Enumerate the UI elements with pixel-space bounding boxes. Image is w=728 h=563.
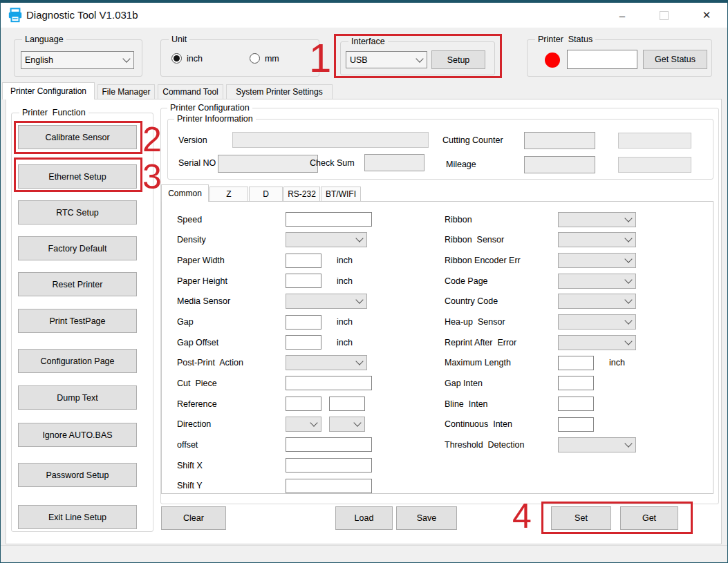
- media-sensor-label: Media Sensor: [177, 296, 286, 306]
- interface-select[interactable]: USB: [346, 51, 427, 68]
- clear-button[interactable]: Clear: [161, 506, 226, 530]
- setup-button[interactable]: Setup: [431, 50, 485, 69]
- password-setup-button[interactable]: Password Setup: [18, 463, 137, 487]
- maximize-button: [648, 3, 679, 28]
- maximum-length-input[interactable]: [558, 356, 594, 370]
- configuration-page-button[interactable]: Configuration Page: [18, 349, 137, 373]
- print-testpage-button[interactable]: Print TestPage: [18, 309, 137, 333]
- direction-select-2[interactable]: [329, 417, 365, 432]
- chevron-down-icon: [624, 316, 632, 324]
- config-tab-rs-232[interactable]: RS-232: [283, 187, 320, 201]
- continuous-inten-row: Continuous Inten: [445, 414, 680, 435]
- calibrate-sensor-button[interactable]: Calibrate Sensor: [18, 125, 137, 149]
- unit-label: Unit: [169, 35, 189, 44]
- offset-row: offset: [177, 435, 405, 455]
- threshold-detection-select[interactable]: [558, 437, 636, 452]
- config-tab-d[interactable]: D: [249, 187, 283, 201]
- maximum-length-row: Maximum Lengthinch: [445, 352, 680, 373]
- rtc-setup-button[interactable]: RTC Setup: [18, 200, 137, 225]
- country-code-label: Country Code: [445, 296, 558, 306]
- paper-width-row: Paper Widthinch: [177, 250, 405, 271]
- code-page-select[interactable]: [558, 274, 636, 289]
- config-tab-btwifi[interactable]: BT/WIFI: [321, 187, 361, 201]
- ethernet-setup-button[interactable]: Ethernet Setup: [18, 164, 137, 189]
- minimize-button[interactable]: –: [607, 3, 637, 28]
- ribbon-encoder-err-label: Ribbon Encoder Err: [445, 256, 558, 265]
- paper-height-label: Paper Height: [177, 276, 286, 286]
- check-sum-field: [364, 154, 424, 171]
- load-button[interactable]: Load: [335, 506, 393, 530]
- get-status-button[interactable]: Get Status: [643, 50, 707, 69]
- config-tab-z[interactable]: Z: [209, 187, 248, 201]
- tab-system-printer-settings[interactable]: System Printer Settings: [226, 84, 333, 99]
- chevron-down-icon: [310, 419, 317, 427]
- chevron-down-icon: [624, 439, 632, 447]
- chevron-down-icon: [624, 276, 632, 283]
- bline-inten-input[interactable]: [558, 397, 594, 411]
- direction-select-1[interactable]: [286, 417, 321, 432]
- paper-width-unit-label: inch: [337, 256, 353, 265]
- set-button[interactable]: Set: [551, 506, 611, 530]
- offset-label: offset: [177, 440, 286, 450]
- gap-inten-row: Gap Inten: [445, 373, 680, 394]
- maximize-icon: [660, 11, 669, 20]
- media-sensor-select[interactable]: [286, 294, 367, 309]
- gap-input[interactable]: [286, 315, 321, 330]
- chevron-down-icon: [122, 55, 130, 62]
- density-select[interactable]: [286, 232, 367, 247]
- code-page-row: Code Page: [445, 271, 680, 292]
- dump-text-button[interactable]: Dump Text: [18, 385, 137, 410]
- unit-option-inch: inch: [171, 53, 203, 64]
- post-print-action-select[interactable]: [286, 355, 367, 370]
- chevron-down-icon: [416, 55, 423, 62]
- gap-offset-input[interactable]: [286, 335, 321, 350]
- ribbon-sensor-select[interactable]: [558, 232, 636, 247]
- window-border: [0, 0, 1, 563]
- threshold-detection-label: Threshold Detection: [445, 440, 558, 450]
- unit-radio-mm[interactable]: [250, 53, 260, 64]
- config-tab-common[interactable]: Common: [161, 184, 209, 202]
- ignore-autobas-button[interactable]: Ignore AUTO.BAS: [18, 423, 137, 447]
- tab-file-manager[interactable]: File Manager: [97, 84, 155, 99]
- factory-default-button[interactable]: Factory Default: [18, 236, 137, 260]
- unit-radio-inch[interactable]: [171, 53, 182, 64]
- ribbon-select[interactable]: [558, 212, 636, 227]
- cut-piece-input[interactable]: [286, 376, 372, 390]
- shift-x-row: Shift X: [177, 455, 405, 476]
- unit-options: inchmm: [171, 53, 279, 64]
- offset-input[interactable]: [286, 437, 372, 452]
- language-select[interactable]: English: [21, 51, 134, 69]
- density-label: Density: [177, 235, 286, 245]
- get-button[interactable]: Get: [620, 506, 678, 530]
- country-code-select[interactable]: [558, 294, 636, 309]
- exit-line-setup-button[interactable]: Exit Line Setup: [18, 505, 137, 529]
- tab-command-tool[interactable]: Command Tool: [158, 84, 223, 99]
- reset-printer-button[interactable]: Reset Printer: [18, 272, 137, 296]
- media-sensor-row: Media Sensor: [177, 292, 405, 312]
- save-button[interactable]: Save: [396, 506, 457, 530]
- ribbon-encoder-err-select[interactable]: [558, 253, 636, 268]
- direction-label: Direction: [177, 419, 286, 429]
- chevron-down-icon: [355, 296, 363, 304]
- continuous-inten-input[interactable]: [558, 417, 594, 432]
- paper-width-input[interactable]: [286, 254, 321, 268]
- reprint-after-error-select[interactable]: [558, 335, 636, 350]
- app-window: Diagnostic Tool V1.031b – ✕ Language Eng…: [0, 0, 728, 563]
- shift-y-input[interactable]: [286, 479, 372, 493]
- printer-icon: [8, 8, 23, 26]
- gap-inten-input[interactable]: [558, 376, 594, 390]
- hea-up-sensor-label: Hea-up Sensor: [445, 317, 558, 327]
- printer-status-field[interactable]: [567, 50, 637, 69]
- reference-row: Reference: [177, 394, 405, 414]
- tab-printer-configuration[interactable]: Printer Configuration: [2, 82, 95, 99]
- paper-height-input[interactable]: [286, 274, 321, 288]
- shift-x-input[interactable]: [286, 458, 372, 473]
- reference-input-1[interactable]: [286, 397, 321, 411]
- reference-input-2[interactable]: [329, 397, 365, 411]
- chevron-down-icon: [624, 337, 632, 345]
- version-field: [232, 132, 429, 148]
- hea-up-sensor-select[interactable]: [558, 314, 636, 330]
- speed-input[interactable]: [286, 212, 372, 227]
- gap-unit-label: inch: [337, 317, 353, 327]
- close-button[interactable]: ✕: [691, 3, 722, 28]
